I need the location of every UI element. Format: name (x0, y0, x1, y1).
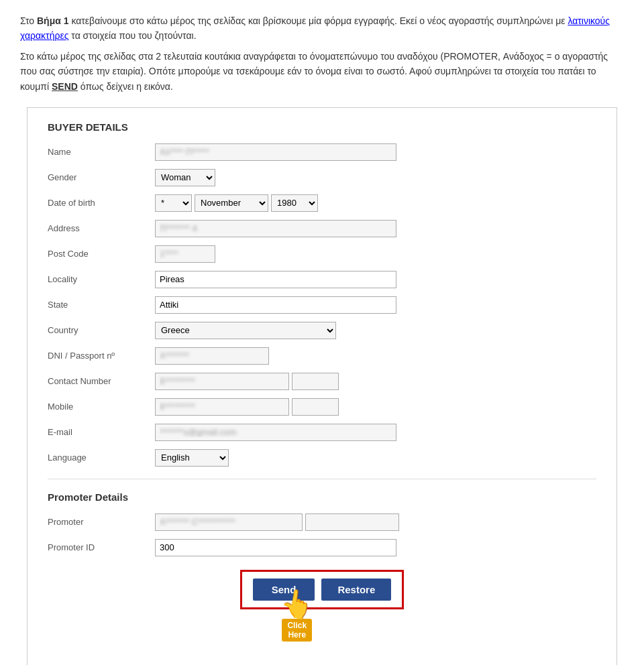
email-label: E-mail (48, 427, 155, 437)
address-input[interactable] (155, 220, 396, 237)
name-label: Name (48, 147, 155, 157)
send-restore-wrapper: Send Restore (240, 570, 405, 609)
form-container: BUYER DETAILS Name Gender Man Woman Date… (27, 107, 617, 665)
postcode-label: Post Code (48, 249, 155, 259)
address-label: Address (48, 223, 155, 233)
postcode-field (155, 245, 596, 263)
click-here-indicator: 👆 ClickHere (280, 591, 314, 642)
state-label: State (48, 300, 155, 310)
dob-label: Date of birth (48, 198, 155, 208)
gender-label: Gender (48, 172, 155, 182)
promoter-id-input[interactable] (155, 539, 396, 556)
buyer-details-title: BUYER DETAILS (48, 121, 596, 133)
contact-row: Contact Number (48, 373, 596, 390)
locality-input[interactable] (155, 271, 396, 288)
intro-text-3: τα στοιχεία που του ζητούνται. (68, 30, 196, 41)
name-row: Name (48, 143, 596, 161)
language-row: Language English Greek Spanish (48, 449, 596, 467)
dni-input[interactable] (155, 347, 269, 365)
postcode-row: Post Code (48, 245, 596, 263)
restore-button[interactable]: Restore (321, 579, 391, 601)
click-here-box: ClickHere (282, 619, 312, 642)
postcode-input[interactable] (155, 245, 215, 263)
hand-cursor-icon: 👆 (278, 588, 316, 620)
spacer (48, 609, 596, 663)
state-input[interactable] (155, 296, 396, 314)
contact-input[interactable] (155, 373, 289, 390)
promoter-row: Promoter (48, 513, 596, 531)
email-input[interactable] (155, 424, 396, 441)
promoter-id-label: Promoter ID (48, 542, 155, 552)
mobile-label: Mobile (48, 402, 155, 412)
intro-text-4: Στο κάτω μέρος της σελίδας στα 2 τελευτα… (20, 51, 608, 92)
dni-label: DNI / Passport nº (48, 351, 155, 361)
locality-row: Locality (48, 271, 596, 288)
promoter-field (155, 513, 596, 531)
promoter-label: Promoter (48, 517, 155, 527)
promoter-name-input[interactable] (155, 513, 303, 531)
language-label: Language (48, 452, 155, 463)
promoter-details-title: Promoter Details (48, 491, 596, 503)
intro-paragraph: Στο Βήμα 1 κατεβαίνουμε στο κάτω μέρος τ… (20, 13, 624, 94)
address-row: Address (48, 220, 596, 237)
gender-select[interactable]: Man Woman (155, 169, 215, 186)
intro-text-2: κατεβαίνουμε στο κάτω μέρος της σελίδας … (69, 15, 568, 26)
step-bold: Βήμα 1 (37, 15, 69, 26)
email-row: E-mail (48, 424, 596, 441)
state-row: State (48, 296, 596, 314)
dob-field: * 12345 JanuaryFebruaryMarchApril MayJun… (155, 194, 596, 212)
gender-row: Gender Man Woman (48, 169, 596, 186)
dni-row: DNI / Passport nº (48, 347, 596, 365)
dob-year-select[interactable]: 198019791981 (271, 194, 318, 212)
address-field (155, 220, 596, 237)
contact-input2[interactable] (292, 373, 339, 390)
mobile-input[interactable] (155, 398, 289, 416)
country-label: Country (48, 325, 155, 335)
mobile-input2[interactable] (292, 398, 339, 416)
language-field: English Greek Spanish (155, 449, 596, 467)
locality-field (155, 271, 596, 288)
dob-day-select[interactable]: * 12345 (155, 194, 192, 212)
promoter-name-input2[interactable] (305, 513, 399, 531)
contact-label: Contact Number (48, 376, 155, 386)
dni-field (155, 347, 596, 365)
promoter-id-field (155, 539, 596, 556)
state-field (155, 296, 596, 314)
gender-field: Man Woman (155, 169, 596, 186)
dob-month-select[interactable]: JanuaryFebruaryMarchApril MayJuneJulyAug… (195, 194, 268, 212)
country-select[interactable]: Greece Other (155, 322, 336, 339)
section-divider (48, 479, 596, 479)
mobile-row: Mobile (48, 398, 596, 416)
email-field-container (155, 424, 596, 441)
promoter-id-row: Promoter ID (48, 539, 596, 556)
intro-text-1: Στο (20, 15, 37, 26)
country-field: Greece Other (155, 322, 596, 339)
country-row: Country Greece Other (48, 322, 596, 339)
dob-row: Date of birth * 12345 JanuaryFebruaryMar… (48, 194, 596, 212)
name-field (155, 143, 596, 161)
language-select[interactable]: English Greek Spanish (155, 449, 229, 467)
name-input[interactable] (155, 143, 396, 161)
button-row: Send Restore 👆 ClickHere (48, 570, 596, 609)
contact-field (155, 373, 596, 390)
locality-label: Locality (48, 274, 155, 284)
mobile-field (155, 398, 596, 416)
